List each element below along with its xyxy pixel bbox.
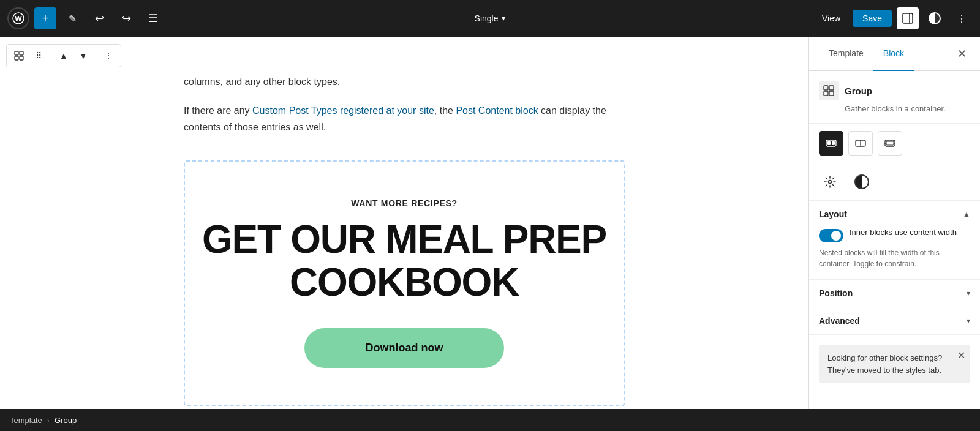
toggle-label: Inner blocks use content width (850, 228, 957, 237)
svg-rect-4 (15, 51, 18, 55)
layout-section-header[interactable]: Layout ▲ (809, 201, 980, 228)
list-view-button[interactable]: ☰ (142, 7, 164, 29)
panel-header: Template Block ✕ (809, 37, 980, 71)
promo-subtitle: WANT MORE RECIPES? (197, 198, 611, 208)
post-content-link[interactable]: Post Content block (456, 105, 538, 116)
panel-close-button[interactable]: ✕ (953, 45, 970, 62)
block-name: Group (845, 86, 872, 96)
undo-button[interactable]: ↩ (88, 7, 110, 29)
contrast-settings-button[interactable] (851, 171, 873, 193)
position-section: Position ▾ (809, 280, 980, 307)
breadcrumb-bar: Template › Group (0, 409, 980, 431)
toggle-text: Inner blocks use content width (850, 228, 957, 237)
advanced-chevron-icon: ▾ (967, 317, 970, 325)
svg-rect-2 (903, 13, 913, 23)
move-down-button[interactable]: ▼ (75, 47, 92, 64)
block-settings-button[interactable] (819, 171, 841, 193)
options-button[interactable]: ⋮ (951, 7, 973, 29)
block-toolbar: ⠿ ▲ ▼ ⋮ (6, 44, 121, 67)
tooltip-box: Looking for other block settings? They'v… (819, 345, 970, 383)
redo-button[interactable]: ↪ (115, 7, 137, 29)
svg-rect-5 (20, 51, 23, 55)
svg-rect-9 (829, 86, 834, 90)
position-section-header[interactable]: Position ▾ (809, 280, 980, 307)
toggle-row: Inner blocks use content width (819, 228, 970, 242)
toolbar-divider (51, 50, 51, 62)
layout-chevron-icon: ▲ (963, 210, 970, 219)
content-paragraph-2: If there are any Custom Post Types regis… (184, 102, 625, 135)
tooltip-close-button[interactable]: ✕ (957, 350, 965, 361)
breadcrumb-current: Group (55, 416, 77, 425)
tab-template[interactable]: Template (819, 37, 873, 71)
svg-point-21 (829, 181, 832, 184)
sidebar-toggle-button[interactable] (897, 7, 919, 29)
main-toolbar: W + ✎ ↩ ↪ ☰ Single ▾ View Save ⋮ (0, 0, 980, 37)
add-block-button[interactable]: + (34, 7, 56, 29)
promo-section: WANT MORE RECIPES? GET OUR MEAL PREP COO… (184, 160, 625, 407)
style-icons-row (809, 124, 980, 163)
block-info: Group Gather blocks in a container. (809, 71, 980, 124)
advanced-section: Advanced ▾ (809, 307, 980, 335)
svg-rect-7 (20, 56, 23, 60)
layout-section-content: Inner blocks use content width Nested bl… (809, 228, 980, 279)
svg-rect-14 (832, 141, 835, 145)
svg-rect-10 (824, 91, 828, 96)
drag-handle-button[interactable]: ⠿ (30, 47, 47, 64)
template-label: Single (475, 13, 499, 23)
tooltip-text: Looking for other block settings? They'v… (827, 353, 942, 375)
settings-row (809, 163, 980, 201)
svg-rect-6 (15, 56, 18, 60)
inner-blocks-toggle[interactable] (819, 229, 843, 242)
more-options-button[interactable]: ⋮ (100, 47, 117, 64)
advanced-title: Advanced (819, 316, 860, 326)
custom-post-link[interactable]: Custom Post Types registered at your sit… (252, 105, 434, 116)
wp-logo[interactable]: W (7, 7, 29, 29)
block-icon (819, 81, 839, 100)
layout-title: Layout (819, 209, 847, 219)
breadcrumb-separator: › (47, 416, 50, 425)
save-button[interactable]: Save (853, 10, 892, 27)
editor-area: ⠿ ▲ ▼ ⋮ columns, and any other block typ… (0, 37, 809, 409)
svg-text:W: W (15, 15, 22, 23)
promo-title: GET OUR MEAL PREP COOKBOOK (197, 218, 611, 304)
svg-rect-8 (824, 86, 828, 90)
half-circle-icon (854, 174, 869, 189)
style-stretch-button[interactable] (878, 131, 902, 156)
svg-rect-11 (829, 91, 834, 96)
block-title-row: Group (819, 81, 970, 100)
style-group-button[interactable] (819, 131, 843, 156)
document-title-area: Single ▾ (475, 13, 506, 23)
right-panel: Template Block ✕ Group Gather blocks in … (809, 37, 980, 409)
layout-section: Layout ▲ Inner blocks use content width … (809, 201, 980, 280)
block-type-button[interactable] (10, 47, 28, 64)
move-up-button[interactable]: ▲ (55, 47, 72, 64)
position-chevron-icon: ▾ (967, 289, 970, 298)
content-paragraph-1: columns, and any other block types. (184, 73, 625, 90)
style-split-button[interactable] (848, 131, 873, 156)
svg-rect-13 (827, 141, 831, 145)
toolbar-right-actions: View Save ⋮ (815, 7, 973, 29)
main-area: ⠿ ▲ ▼ ⋮ columns, and any other block typ… (0, 37, 980, 409)
contrast-button[interactable] (924, 7, 946, 29)
svg-rect-18 (886, 141, 894, 145)
breadcrumb-template[interactable]: Template (10, 416, 42, 425)
template-dropdown-button[interactable]: ▾ (502, 14, 505, 23)
download-button[interactable]: Download now (304, 328, 505, 368)
content-wrapper: columns, and any other block types. If t… (159, 37, 649, 409)
toggle-description: Nested blocks will fill the width of thi… (819, 247, 970, 269)
block-desc: Gather blocks in a container. (845, 104, 970, 113)
tab-block[interactable]: Block (873, 37, 914, 71)
advanced-section-header[interactable]: Advanced ▾ (809, 307, 980, 334)
position-title: Position (819, 288, 853, 298)
view-button[interactable]: View (815, 10, 848, 27)
edit-button[interactable]: ✎ (61, 7, 83, 29)
toolbar-divider-2 (96, 50, 96, 62)
